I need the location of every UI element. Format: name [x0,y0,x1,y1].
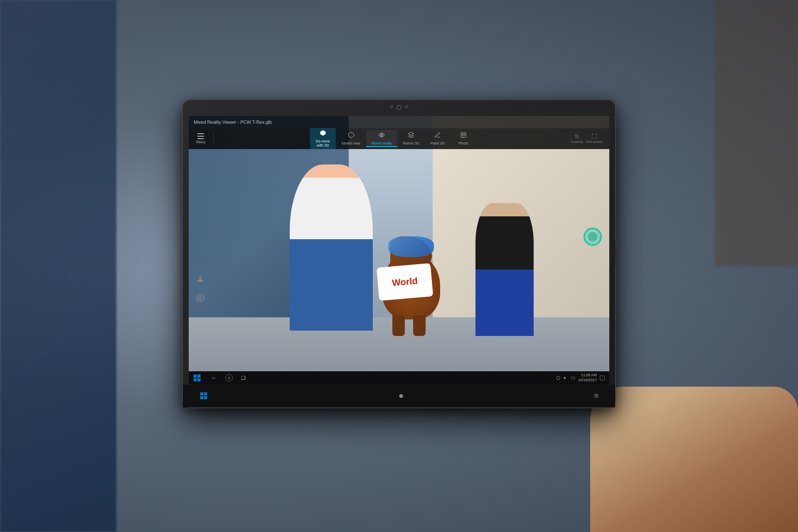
tablet-right-btn[interactable]: ⬛ [594,394,598,398]
capture-button[interactable] [584,228,602,246]
tablet-side-button[interactable] [615,241,617,266]
tablet-bottom-bar: ⬤ ⬛ [183,385,615,407]
svg-point-0 [199,277,202,279]
trex-3d-model: World [369,220,453,336]
capture-button-inner [587,231,598,243]
person-right [475,203,534,336]
trex-sunglasses [388,236,434,257]
tool-settings-icon[interactable] [195,292,206,304]
app-content: World [189,116,609,385]
tablet-camera [390,105,408,110]
svg-point-2 [201,278,202,279]
trex-leg-2 [413,315,426,336]
svg-point-1 [198,278,200,279]
svg-rect-28 [204,396,207,400]
camera-dot-1 [390,105,393,108]
trex-leg-1 [392,315,405,336]
bg-blur-right [715,0,798,266]
bg-blur-left [0,0,116,532]
camera-dot-2 [405,105,408,108]
svg-rect-26 [204,392,207,396]
windows-logo-tablet [200,392,208,400]
tablet-center-btn[interactable]: ⬤ [399,394,403,398]
hand-holding-tablet [590,387,798,532]
tablet-body: World [183,100,615,407]
trex-sign: World [377,263,433,301]
tablet-device: World [183,100,615,407]
camera-main [397,105,401,110]
tool-person-icon[interactable] [195,275,206,286]
svg-point-3 [199,297,202,299]
tablet-screen: World [189,116,609,385]
left-toolbar [195,275,206,304]
person-left [290,164,373,331]
svg-rect-25 [200,392,204,396]
svg-rect-27 [200,396,204,400]
trex-legs [392,315,426,336]
